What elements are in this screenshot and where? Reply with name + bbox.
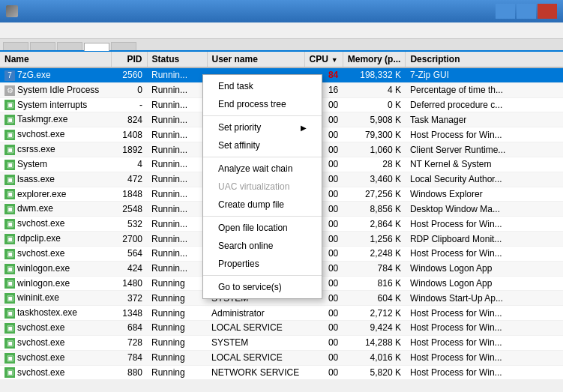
th-pid[interactable]: PID <box>111 52 147 67</box>
cell-name: ▣explorer.exe <box>0 187 111 202</box>
cell-name: ▣csrss.exe <box>0 142 111 157</box>
menu-bar <box>0 22 563 39</box>
th-cpu[interactable]: CPU▼ <box>304 52 343 67</box>
cell-desc: Host Process for Win... <box>406 217 563 232</box>
cell-pid: 880 <box>111 365 147 379</box>
tab-details[interactable] <box>84 43 109 51</box>
maximize-button[interactable] <box>517 4 536 19</box>
tab-processes[interactable] <box>3 42 28 50</box>
process-icon: ▣ <box>4 278 15 289</box>
context-menu: End taskEnd process treeSet priority▶Set… <box>202 74 322 299</box>
process-icon: ▣ <box>4 130 15 140</box>
cell-memory: 4 K <box>343 82 406 97</box>
process-icon: ▣ <box>4 234 15 244</box>
cell-desc: Desktop Window Ma... <box>406 202 563 217</box>
cell-status: Runnin... <box>147 232 207 247</box>
context-menu-item[interactable]: Analyze wait chain <box>203 160 322 178</box>
menu-options[interactable] <box>15 29 27 32</box>
cell-status: Runnin... <box>147 246 207 261</box>
cell-desc: Host Process for Win... <box>406 246 563 261</box>
context-menu-separator <box>203 216 322 217</box>
table-row[interactable]: ▣svchost.exe 684 Running LOCAL SERVICE 0… <box>0 321 563 336</box>
context-menu-item[interactable]: Set affinity <box>203 136 322 154</box>
cell-status: Runnin... <box>147 127 207 142</box>
process-icon: ▣ <box>4 338 15 349</box>
context-menu-item[interactable]: Create dump file <box>203 196 322 214</box>
tab-performance[interactable] <box>30 42 55 50</box>
cell-status: Runnin... <box>147 261 207 276</box>
cell-memory: 4,016 K <box>343 350 406 365</box>
cell-desc: Windows Logon App <box>406 261 563 276</box>
cell-pid: 1348 <box>111 306 147 321</box>
th-username[interactable]: User name <box>207 52 304 67</box>
context-menu-separator <box>203 275 322 276</box>
context-menu-item[interactable]: Properties <box>203 255 322 273</box>
cell-memory: 198,332 K <box>343 67 406 82</box>
cell-status: Runnin... <box>147 217 207 232</box>
cell-name: ▣winlogon.exe <box>0 261 111 276</box>
process-icon: ▣ <box>4 115 15 125</box>
process-icon: ▣ <box>4 100 15 110</box>
cell-name: ▣svchost.exe <box>0 335 111 350</box>
process-icon: ▣ <box>4 323 15 334</box>
menu-view[interactable] <box>27 29 39 32</box>
cell-name: ▣System interrupts <box>0 97 111 112</box>
table-row[interactable]: ▣svchost.exe 784 Running LOCAL SERVICE 0… <box>0 350 563 365</box>
cell-desc: Host Process for Win... <box>406 350 563 365</box>
cell-pid: 684 <box>111 321 147 336</box>
cell-pid: 0 <box>111 82 147 97</box>
process-icon: ▣ <box>4 189 15 199</box>
context-menu-separator <box>203 115 322 116</box>
cell-status: Running <box>147 276 207 291</box>
cell-username: SYSTEM <box>207 335 304 350</box>
cell-status: Runnin... <box>147 82 207 97</box>
cell-pid: 532 <box>111 217 147 232</box>
cell-memory: 1,060 K <box>343 142 406 157</box>
context-menu-item[interactable]: Set priority▶ <box>203 118 322 136</box>
cell-memory: 1,256 K <box>343 232 406 247</box>
cell-status: Running <box>147 350 207 365</box>
cell-username: Administrator <box>207 306 304 321</box>
cell-memory: 5,908 K <box>343 112 406 127</box>
cell-memory: 2,712 K <box>343 306 406 321</box>
minimize-button[interactable] <box>496 4 515 19</box>
cell-pid: 4 <box>111 157 147 172</box>
table-row[interactable]: ▣svchost.exe 880 Running NETWORK SERVICE… <box>0 365 563 379</box>
cell-name: ▣System <box>0 157 111 172</box>
th-desc[interactable]: Description <box>406 52 563 67</box>
cell-pid: - <box>111 97 147 112</box>
close-button[interactable] <box>538 4 557 19</box>
process-icon: ▣ <box>4 353 15 364</box>
cell-pid: 1892 <box>111 142 147 157</box>
cell-name: ▣rdpclip.exe <box>0 232 111 247</box>
cell-pid: 2548 <box>111 202 147 217</box>
context-menu-item[interactable]: Open file location <box>203 219 322 237</box>
cell-memory: 0 K <box>343 97 406 112</box>
context-menu-item[interactable]: End process tree <box>203 95 322 113</box>
cell-status: Runnin... <box>147 97 207 112</box>
cell-memory: 14,288 K <box>343 335 406 350</box>
context-menu-item[interactable]: Search online <box>203 237 322 255</box>
cell-pid: 824 <box>111 112 147 127</box>
context-menu-item[interactable]: Go to service(s) <box>203 278 322 296</box>
cell-status: Runnin... <box>147 202 207 217</box>
tab-users[interactable] <box>57 42 82 50</box>
th-name[interactable]: Name <box>0 52 111 67</box>
process-icon: ▣ <box>4 219 15 229</box>
th-status[interactable]: Status <box>147 52 207 67</box>
tab-bar <box>0 39 563 52</box>
context-menu-item[interactable]: End task <box>203 77 322 95</box>
table-row[interactable]: ▣svchost.exe 728 Running SYSTEM 00 14,28… <box>0 335 563 350</box>
cell-memory: 604 K <box>343 291 406 306</box>
menu-file[interactable] <box>3 29 15 32</box>
cell-desc: 7-Zip GUI <box>406 67 563 82</box>
cell-desc: Host Process for Win... <box>406 335 563 350</box>
tab-services[interactable] <box>111 42 136 50</box>
table-row[interactable]: ▣taskhostex.exe 1348 Running Administrat… <box>0 306 563 321</box>
th-memory[interactable]: Memory (p... <box>343 52 406 67</box>
cell-name: ▣svchost.exe <box>0 321 111 336</box>
cell-memory: 9,424 K <box>343 321 406 336</box>
cell-desc: Host Process for Win... <box>406 321 563 336</box>
context-menu-separator <box>203 157 322 157</box>
cell-memory: 8,856 K <box>343 202 406 217</box>
